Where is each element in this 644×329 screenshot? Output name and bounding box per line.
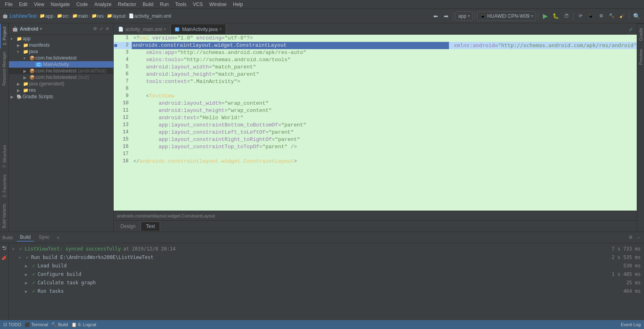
breadcrumb-layout[interactable]: layout	[112, 13, 125, 19]
status-terminal[interactable]: ⬛ Terminal	[25, 322, 48, 327]
run-config-arrow: ▾	[468, 14, 470, 18]
menu-help[interactable]: Help	[230, 0, 246, 8]
build-text-6: Run tasks	[37, 287, 64, 295]
menu-tools[interactable]: Tools	[172, 0, 190, 8]
breadcrumb-main[interactable]: main	[78, 13, 88, 19]
expand-arrow-2[interactable]: ▾	[19, 254, 23, 262]
left-tab-resource-manager[interactable]: Resource Manager	[0, 48, 8, 89]
left-tab-structure[interactable]: 7: Structure	[0, 142, 8, 171]
folder-icon-src: 📁	[57, 13, 62, 19]
tree-item-res[interactable]: ▶ 📁 res	[9, 87, 113, 93]
sdk-button[interactable]: ⚙	[596, 11, 606, 21]
tree-item-gradle-scripts[interactable]: ▶ 🐘 Gradle Scripts	[9, 93, 113, 100]
avd-button[interactable]: 📱	[586, 11, 596, 21]
clean-button[interactable]: 🧹	[617, 11, 627, 21]
menu-view[interactable]: View	[31, 0, 48, 8]
terminal-icon: ⬛	[25, 322, 30, 327]
profile-button[interactable]: ⏱	[561, 11, 571, 21]
breadcrumb-file[interactable]: activity_main.xml	[134, 13, 171, 19]
breadcrumb: 🤖 ListViewTest › 📁 app › 📁 src › 📁 main …	[2, 13, 171, 19]
breadcrumb-app-folder[interactable]: app	[45, 13, 53, 19]
code-line-13: 13 app:layout_constraintBottom_toBottomO…	[114, 122, 637, 129]
panel-title-arrow: ▾	[40, 27, 42, 31]
build-time-3: 530 ms	[623, 262, 641, 270]
debug-button[interactable]: 🐛	[551, 11, 561, 21]
gradle-panel-label[interactable]: Gradle	[637, 23, 644, 45]
expand-arrow-3[interactable]: ▶	[25, 262, 30, 270]
menu-navigate[interactable]: Navigate	[48, 0, 73, 8]
run-button[interactable]: ▶	[540, 11, 550, 21]
event-log-label: Event Log	[621, 322, 641, 327]
left-tab-build-variants[interactable]: Build Variants	[0, 201, 8, 232]
panel-expand-btn[interactable]: ⤢	[99, 25, 104, 32]
menu-edit[interactable]: Edit	[16, 0, 31, 8]
run-config-selector[interactable]: app ▾	[455, 11, 473, 21]
left-panel-tabs: 1: Project Resource Manager 7: Structure…	[0, 23, 9, 232]
left-tab-project[interactable]: 1: Project	[0, 23, 8, 48]
tab-close-xml[interactable]: ×	[164, 27, 166, 31]
expand-arrow-4[interactable]: ▶	[25, 271, 30, 279]
left-tab-favorites[interactable]: 2: Favorites	[0, 171, 8, 201]
folder-icon-main: 📁	[72, 13, 78, 19]
menu-run[interactable]: Run	[157, 0, 172, 8]
editor-content[interactable]: 1 <?xml version="1.0" encoding="utf-8"?>…	[114, 35, 637, 211]
code-line-1: 1 <?xml version="1.0" encoding="utf-8"?>	[114, 35, 637, 42]
toolbar-back-btn[interactable]: ⬅	[431, 11, 440, 21]
package-icon-androidtest: 📦	[29, 68, 35, 74]
tree-item-package-androidtest[interactable]: ▶ 📦 com.hw.listviewtest (androidTest)	[9, 68, 113, 74]
bottom-tab-close[interactable]: ×	[56, 234, 60, 241]
expand-arrow-6[interactable]: ▶	[25, 288, 30, 296]
tree-item-main-activity[interactable]: ▶ C MainActivity	[9, 61, 113, 68]
design-tab-design[interactable]: Design	[115, 221, 141, 231]
search-button[interactable]: 🔍	[632, 11, 642, 21]
tree-item-manifests[interactable]: ▶ 📁 manifests	[9, 42, 113, 48]
tree-item-java[interactable]: ▾ 📁 java	[9, 48, 113, 55]
status-build[interactable]: 🔨 Build	[51, 322, 68, 327]
breadcrumb-app[interactable]: ListViewTest	[10, 13, 36, 19]
toolbar-forward-btn[interactable]: ➡	[441, 11, 451, 21]
bottom-hide-btn[interactable]: −	[636, 234, 642, 241]
sync-button[interactable]: ⟳	[575, 11, 585, 21]
device-icon: 📱	[480, 13, 486, 19]
menu-code[interactable]: Code	[73, 0, 91, 8]
check-icon-3: ✓	[32, 262, 35, 270]
tree-item-app[interactable]: ▾ 📁 app	[9, 35, 113, 42]
menu-refactor[interactable]: Refactor	[115, 0, 139, 8]
expand-arrow-1[interactable]: ▾	[12, 245, 17, 253]
tree-arrow-gradle-scripts: ▶	[10, 95, 16, 99]
tab-close-java[interactable]: ×	[219, 27, 222, 31]
bottom-tab-sync[interactable]: Sync	[35, 234, 53, 242]
device-label: HUAWEI CPN-W09	[487, 13, 530, 19]
expand-arrow-5[interactable]: ▶	[25, 279, 30, 287]
make-button[interactable]: 🔨	[607, 11, 617, 21]
breadcrumb-src[interactable]: src	[62, 13, 69, 19]
status-logcat[interactable]: 📋 6: Logcat	[71, 322, 96, 327]
breadcrumb-res[interactable]: res	[97, 13, 104, 19]
build-time-1: 7 s 733 ms	[612, 245, 641, 253]
tree-item-package-test[interactable]: ▶ 📦 com.hw.listviewtest (test)	[9, 74, 113, 81]
bottom-tab-build[interactable]: Build	[17, 234, 34, 242]
project-panel-title: 🤖 Android ▾	[12, 26, 42, 32]
menu-file[interactable]: File	[2, 0, 16, 8]
panel-settings-btn[interactable]: ⚙	[92, 25, 98, 32]
bottom-left-tab-restart[interactable]: ↺	[0, 243, 8, 253]
bottom-settings-btn[interactable]: ⚙	[627, 234, 634, 241]
tab-activity-main-xml[interactable]: 📄 activity_main.xml ×	[114, 24, 170, 34]
todo-label: TODO	[8, 322, 21, 327]
bottom-left-tab-pin[interactable]: 📌	[0, 253, 8, 263]
preview-panel-label[interactable]: Preview	[637, 45, 644, 69]
menu-analyze[interactable]: Analyze	[91, 0, 115, 8]
device-selector[interactable]: 📱 HUAWEI CPN-W09 ▾	[477, 11, 536, 21]
tree-item-java-generated[interactable]: ▶ 📁 java (generated)	[9, 81, 113, 87]
tree-item-package-main[interactable]: ▾ 📦 com.hw.listviewtest	[9, 55, 113, 61]
panel-collapse-btn[interactable]: ✕	[105, 25, 110, 32]
status-todo[interactable]: ☑ TODO	[3, 322, 21, 327]
menu-window[interactable]: Window	[206, 0, 230, 8]
design-tab-text[interactable]: Text	[141, 221, 160, 231]
check-icon-5: ✓	[32, 279, 35, 287]
menu-build[interactable]: Build	[139, 0, 157, 8]
code-line-16: 16 app:layout_constraintTop_toTopOf="par…	[114, 143, 637, 151]
status-event-log[interactable]: Event Log	[621, 322, 641, 327]
menu-vcs[interactable]: VCS	[190, 0, 206, 8]
tab-main-activity-java[interactable]: C MainActivity.java ×	[170, 24, 226, 34]
